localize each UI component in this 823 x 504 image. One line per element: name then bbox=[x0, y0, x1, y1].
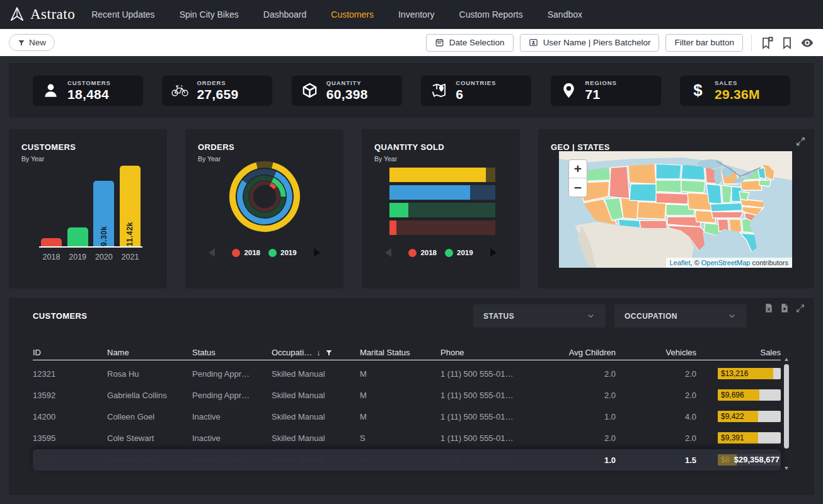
status-dropdown[interactable]: STATUS bbox=[473, 304, 606, 328]
table-row-13592[interactable]: 13592Gabriella CollinsPending Appr…Skill… bbox=[33, 384, 781, 406]
legend-item-2019: 2019 bbox=[445, 249, 473, 257]
quantity-bar-chart[interactable] bbox=[389, 168, 495, 235]
bookmark-add-icon[interactable] bbox=[760, 36, 774, 50]
map-zoom-out-button[interactable]: − bbox=[569, 178, 587, 197]
x-axis-tick: 2019 bbox=[67, 253, 88, 261]
legend-item-2018: 2018 bbox=[232, 249, 260, 257]
kpi-card-customers: CUSTOMERS18,484 bbox=[33, 76, 143, 106]
cell: Pending Appr… bbox=[192, 369, 272, 379]
map-icon bbox=[430, 82, 447, 99]
column-header-status[interactable]: Status bbox=[192, 348, 272, 357]
legend-prev-arrow[interactable] bbox=[209, 248, 215, 257]
sales-value: $13,216 bbox=[721, 368, 748, 379]
new-filter-pill[interactable]: New bbox=[9, 34, 55, 51]
cell-sales: $9,696 bbox=[696, 389, 781, 401]
sales-value: $9,696 bbox=[721, 389, 744, 401]
scrollbar-down-arrow[interactable] bbox=[785, 467, 788, 470]
geo-map-panel: GEO | STATES bbox=[538, 129, 814, 289]
kpi-value: 18,484 bbox=[67, 87, 111, 102]
column-header-id[interactable]: ID bbox=[33, 348, 107, 357]
filter-bar-label: Filter bar button bbox=[674, 38, 734, 47]
table-row-14200[interactable]: 14200Colleen GoelInactiveSkilled ManualM… bbox=[33, 406, 781, 427]
table-row-13595[interactable]: 13595Cole StewartInactiveSkilled ManualS… bbox=[33, 427, 781, 449]
export-excel-icon[interactable] bbox=[764, 303, 774, 313]
date-selection-button[interactable]: Date Selection bbox=[426, 34, 514, 52]
legend-next-arrow[interactable] bbox=[490, 248, 497, 257]
cell: 1 (11) 500 555-01… bbox=[440, 391, 535, 400]
column-header-phone[interactable]: Phone bbox=[440, 348, 535, 357]
table-scrollbar[interactable] bbox=[784, 364, 789, 449]
filter-toolbar: New Date Selection User Name | Piers Bat… bbox=[0, 29, 823, 56]
cell: Skilled Manual bbox=[272, 369, 360, 379]
table-expand-icon[interactable] bbox=[795, 303, 805, 313]
cell-avg-children: 2.0 bbox=[535, 433, 616, 443]
export-document-icon[interactable] bbox=[780, 303, 790, 313]
brand[interactable]: Astrato bbox=[9, 6, 75, 23]
column-header-name[interactable]: Name bbox=[107, 348, 192, 357]
occupation-dropdown[interactable]: OCCUPATION bbox=[614, 304, 747, 328]
nav-items: Recent UpdatesSpin City BikesDashboardCu… bbox=[91, 9, 582, 20]
table-row-12321[interactable]: 12321Rosa HuPending Appr…Skilled ManualM… bbox=[33, 363, 781, 384]
kpi-value: 60,398 bbox=[326, 87, 368, 102]
table-actions bbox=[764, 303, 805, 313]
table-totals-row: 1.01.5$8$29,358,677 bbox=[33, 449, 781, 471]
geo-expand-icon[interactable] bbox=[795, 136, 806, 147]
nav-item-spin-city-bikes[interactable]: Spin City Bikes bbox=[180, 9, 239, 20]
column-filter-icon[interactable] bbox=[325, 349, 333, 357]
customers-table: IDNameStatusOccupati…↓Marital StatusPhon… bbox=[33, 345, 781, 470]
new-filter-label: New bbox=[29, 38, 46, 47]
leaflet-map[interactable]: + − Leaflet, © OpenStreetMap contributor… bbox=[559, 151, 792, 268]
cell-vehicles: 2.0 bbox=[616, 369, 696, 379]
x-axis-tick: 2020 bbox=[93, 253, 114, 261]
legend-next-arrow[interactable] bbox=[314, 248, 320, 257]
bar-2019 bbox=[67, 227, 88, 246]
sales-bar: $9,391 bbox=[718, 432, 781, 444]
nav-item-sandbox[interactable]: Sandbox bbox=[548, 9, 582, 20]
kpi-label: QUANTITY bbox=[326, 79, 368, 86]
osm-link[interactable]: OpenStreetMap bbox=[701, 259, 751, 266]
cell-sales: $13,216 bbox=[696, 368, 781, 379]
orders-chart-legend: 20182019 bbox=[185, 248, 343, 257]
user-name-label: User Name | Piers Batchelor bbox=[543, 38, 651, 47]
table-title: CUSTOMERS bbox=[33, 311, 87, 321]
scrollbar-up-arrow[interactable] bbox=[785, 358, 788, 361]
user-name-button[interactable]: User Name | Piers Batchelor bbox=[520, 34, 660, 52]
quantity-bar-fill bbox=[389, 185, 470, 200]
filter-bar-button[interactable]: Filter bar button bbox=[665, 34, 743, 52]
astrato-logo-icon bbox=[9, 6, 25, 23]
column-header-occupati[interactable]: Occupati…↓ bbox=[272, 348, 360, 357]
bookmark-icon[interactable] bbox=[780, 36, 794, 50]
nav-item-recent-updates[interactable]: Recent Updates bbox=[91, 9, 154, 20]
map-zoom-in-button[interactable]: + bbox=[569, 160, 587, 178]
quantity-chart-subtitle: By Year bbox=[374, 155, 507, 163]
customers-chart-subtitle: By Year bbox=[21, 155, 154, 163]
person-icon bbox=[42, 82, 59, 99]
cell: 13595 bbox=[33, 433, 107, 443]
column-header-marital-status[interactable]: Marital Status bbox=[360, 348, 440, 357]
column-header-avg-children[interactable]: Avg Children bbox=[535, 348, 616, 357]
table-filters: STATUS OCCUPATION bbox=[473, 304, 747, 328]
cell-sales: $9,422 bbox=[696, 411, 781, 422]
cell: M bbox=[360, 391, 440, 400]
nav-item-dashboard[interactable]: Dashboard bbox=[263, 9, 307, 20]
quantity-bar-2018 bbox=[389, 220, 495, 235]
quantity-bar-fill bbox=[389, 203, 408, 217]
nav-item-inventory[interactable]: Inventory bbox=[398, 9, 435, 20]
bar-2021: 11.42k bbox=[120, 166, 141, 246]
sort-descending-icon[interactable]: ↓ bbox=[316, 348, 321, 357]
orders-donut-chart[interactable] bbox=[227, 159, 302, 234]
leaflet-link[interactable]: Leaflet bbox=[670, 259, 691, 266]
location-pin-icon bbox=[560, 82, 577, 99]
cell-sales: $9,391 bbox=[696, 432, 781, 444]
quantity-chart-panel: QUANTITY SOLD By Year 20182019 bbox=[362, 129, 520, 289]
cell: Skilled Manual bbox=[272, 433, 360, 443]
nav-item-custom-reports[interactable]: Custom Reports bbox=[459, 9, 523, 20]
column-header-sales[interactable]: Sales bbox=[696, 348, 781, 357]
customers-chart-panel: CUSTOMERS By Year 9.30k11.42k 2018201920… bbox=[9, 129, 167, 289]
quantity-bar-fill bbox=[389, 168, 486, 182]
legend-prev-arrow[interactable] bbox=[385, 248, 391, 257]
nav-item-customers[interactable]: Customers bbox=[331, 9, 374, 20]
column-header-vehicles[interactable]: Vehicles bbox=[616, 348, 696, 357]
eye-icon[interactable] bbox=[800, 36, 814, 50]
customers-bar-chart[interactable]: 9.30k11.42k bbox=[39, 167, 142, 248]
